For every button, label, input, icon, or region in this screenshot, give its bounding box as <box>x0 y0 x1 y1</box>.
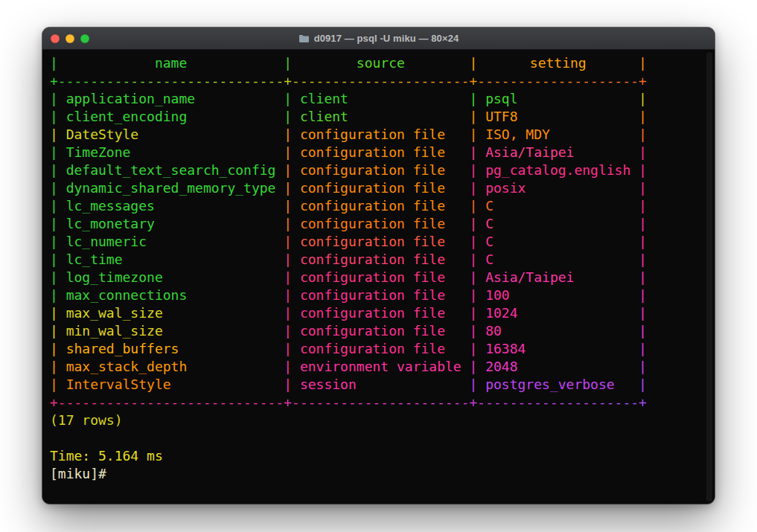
minimize-button[interactable] <box>66 34 74 43</box>
query-time-line: Time: 5.164 ms <box>50 447 715 465</box>
cell-source: configuration file <box>292 304 469 322</box>
column-divider: | <box>50 126 58 142</box>
rows-count-line: (17 rows) <box>50 411 715 429</box>
cell-name: DateStyle <box>58 126 284 144</box>
column-divider: | <box>470 109 478 124</box>
column-divider: | <box>284 234 292 249</box>
zoom-button[interactable] <box>80 34 89 43</box>
column-divider: | <box>284 180 292 196</box>
cell-setting: pg_catalog.english <box>477 161 639 179</box>
column-divider: | <box>639 234 647 249</box>
cell-setting: 1024 <box>477 304 639 322</box>
table-row: |log_timezone|configuration file|Asia/Ta… <box>50 269 715 286</box>
column-divider: | <box>50 341 58 356</box>
column-divider: | <box>50 180 58 196</box>
column-divider: | <box>284 269 292 285</box>
blank-line <box>50 429 715 447</box>
titlebar[interactable]: d0917 — psql -U miku — 80×24 <box>42 28 715 50</box>
column-divider: | <box>284 323 292 339</box>
column-divider: | <box>50 376 58 392</box>
cell-name: dynamic_shared_memory_type <box>58 179 284 197</box>
column-divider: | <box>284 376 292 392</box>
terminal-output: |name|source|setting|+------------------… <box>50 54 715 483</box>
terminal-screen[interactable]: |name|source|setting|+------------------… <box>42 50 715 504</box>
cell-setting: psql <box>477 90 639 108</box>
column-divider: | <box>639 323 647 339</box>
cell-source: configuration file <box>292 233 469 251</box>
column-divider: | <box>470 180 478 196</box>
column-divider: | <box>470 126 478 142</box>
separator-bottom: +----------------------------+----------… <box>50 394 715 411</box>
column-divider: | <box>284 162 292 178</box>
column-divider: | <box>284 359 292 374</box>
column-divider: | <box>470 198 478 214</box>
column-divider: | <box>639 359 647 374</box>
column-divider: | <box>470 144 478 160</box>
cell-source: configuration file <box>292 161 469 179</box>
cell-name: IntervalStyle <box>58 376 284 394</box>
column-divider: | <box>50 216 58 231</box>
table-row: |max_stack_depth|environment variable|20… <box>50 358 715 376</box>
cell-source: session <box>292 376 469 394</box>
column-divider: | <box>639 91 647 106</box>
column-divider: | <box>50 198 58 214</box>
cell-setting: C <box>477 251 639 269</box>
column-divider: | <box>284 305 292 321</box>
cell-setting: C <box>477 215 639 233</box>
cell-source: configuration file <box>292 251 469 269</box>
column-divider: | <box>284 91 292 106</box>
column-divider: | <box>639 55 647 71</box>
column-divider: | <box>50 55 58 71</box>
cell-source: environment variable <box>292 358 469 376</box>
table-row: |TimeZone|configuration file|Asia/Taipei… <box>50 144 715 161</box>
cell-name: lc_numeric <box>58 233 284 251</box>
column-divider: | <box>639 216 647 231</box>
table-row: |max_wal_size|configuration file|1024| <box>50 304 715 322</box>
column-divider: | <box>470 251 478 267</box>
column-divider: | <box>639 269 647 285</box>
column-divider: | <box>470 341 478 356</box>
column-divider: | <box>470 305 478 321</box>
window-title-text: d0917 — psql -U miku — 80×24 <box>314 33 459 44</box>
column-divider: | <box>50 251 58 267</box>
column-divider: | <box>50 305 58 321</box>
column-divider: | <box>50 269 58 285</box>
cell-source: client <box>292 90 469 108</box>
column-divider: | <box>470 287 478 303</box>
column-divider: | <box>50 162 58 178</box>
cell-source: configuration file <box>292 340 469 358</box>
cell-name: lc_messages <box>58 197 284 215</box>
cell-setting: C <box>477 233 639 251</box>
column-divider: | <box>470 55 478 71</box>
column-divider: | <box>284 341 292 356</box>
cell-name: client_encoding <box>58 108 284 126</box>
cell-setting: posix <box>477 179 639 197</box>
scrollbar[interactable] <box>706 52 712 501</box>
traffic-lights <box>51 28 89 49</box>
column-divider: | <box>284 198 292 214</box>
header-row: |name|source|setting| <box>50 54 715 72</box>
table-row: |application_name|client|psql| <box>50 90 715 108</box>
table-row: |client_encoding|client|UTF8| <box>50 108 715 126</box>
header-source: source <box>292 54 469 72</box>
cell-source: configuration file <box>292 215 469 233</box>
table-row: |shared_buffers|configuration file|16384… <box>50 340 715 358</box>
cell-name: lc_monetary <box>58 215 284 233</box>
column-divider: | <box>639 109 647 124</box>
cell-setting: 100 <box>477 286 639 304</box>
cell-source: configuration file <box>292 286 469 304</box>
prompt: [miku]# <box>50 466 106 481</box>
column-divider: | <box>639 287 647 303</box>
column-divider: | <box>284 126 292 142</box>
cell-name: default_text_search_config <box>58 161 284 179</box>
column-divider: | <box>639 180 647 196</box>
column-divider: | <box>284 55 292 71</box>
cell-source: configuration file <box>292 197 469 215</box>
cell-source: client <box>292 108 469 126</box>
folder-icon <box>298 34 310 43</box>
close-button[interactable] <box>51 34 60 43</box>
cell-name: shared_buffers <box>58 340 284 358</box>
cell-setting: Asia/Taipei <box>477 144 639 161</box>
column-divider: | <box>50 359 58 374</box>
column-divider: | <box>639 126 647 142</box>
